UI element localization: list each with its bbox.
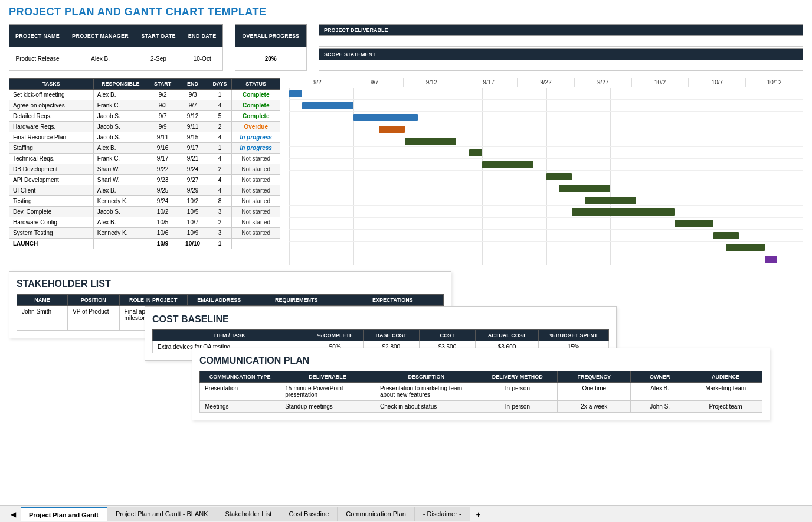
task-days: 1 [208,143,232,154]
gantt-col-label: 9/7 [346,78,404,87]
gantt-bar [405,138,456,145]
project-info-table: PROJECT NAME PROJECT MANAGER START DATE … [9,24,223,71]
task-responsible: Shari W. [93,175,148,185]
deliverable-body [319,36,803,47]
task-responsible: Frank C. [93,154,148,164]
task-end: 9/21 [178,154,208,164]
sh-req-header: REQUIREMENTS [251,295,342,306]
task-end: 10/10 [178,239,208,249]
gantt-row [289,171,803,182]
cp-owner-header: OWNER [631,371,689,383]
project-name-val: Product Release [9,47,66,71]
overlapping-panels-area: STAKEHOLDER LIST NAME POSITION ROLE IN P… [9,271,803,419]
task-name: UI Client [9,185,94,196]
tab-0[interactable]: Project Plan and Gantt [21,507,107,521]
task-days: 4 [208,132,232,143]
task-name: Hardware Reqs. [9,122,94,132]
cp-desc-header: DESCRIPTION [375,371,477,383]
sh-exp-header: EXPECTATIONS [342,295,443,306]
tab-2[interactable]: Stakeholder List [217,507,281,521]
task-status: Complete [232,111,280,122]
task-responsible: Shari W. [93,164,148,175]
tab-5[interactable]: - Disclaimer - [415,507,470,521]
task-end: 10/2 [178,196,208,207]
col-start-date: START DATE [135,25,182,47]
task-name: Hardware Config. [9,217,94,228]
cp-owner-0: Alex B. [631,383,689,401]
gantt-bar [572,208,675,216]
start-date-val: 2-Sep [135,47,182,71]
task-start: 9/24 [148,196,178,207]
deliverable-header: PROJECT DELIVERABLE [319,24,803,36]
gantt-col-label: 9/17 [460,78,518,87]
task-name: Staffing [9,143,94,154]
deliverable-section: PROJECT DELIVERABLE SCOPE STATEMENT [319,24,803,71]
task-start: 9/11 [148,132,178,143]
task-start: 10/9 [148,239,178,249]
task-responsible: Alex B. [93,185,148,196]
gantt-col-label: 9/27 [575,78,632,87]
tab-nav-prev[interactable]: ◀ [6,507,21,521]
tab-3[interactable]: Cost Baseline [280,507,338,521]
task-start: 9/22 [148,164,178,175]
col-project-name: PROJECT NAME [9,25,66,47]
task-responsible: Kennedy K. [93,196,148,207]
th-status: STATUS [232,79,280,90]
progress-table: OVERALL PROGRESS 20% [235,24,307,71]
cp-type-1: Meetings [200,401,280,413]
gantt-bar [482,161,533,168]
task-start: 10/2 [148,207,178,217]
task-name: System Testing [9,228,94,239]
task-responsible: Alex B. [93,217,148,228]
task-start: 9/17 [148,154,178,164]
tab-1[interactable]: Project Plan and Gantt - BLANK [107,507,217,521]
comm-table: COMMUNICATION TYPE DELIVERABLE DESCRIPTI… [199,371,762,413]
task-name: Technical Reqs. [9,154,94,164]
gantt-bar [469,149,482,156]
task-name: LAUNCH [9,239,94,249]
gantt-bar [289,90,302,97]
task-end: 9/24 [178,164,208,175]
cp-del-1: Standup meetings [280,401,375,413]
cb-actual-header: ACTUAL COST [476,330,539,341]
cp-freq-header: FREQUENCY [558,371,631,383]
cp-type-0: Presentation [200,383,280,401]
task-status: Overdue [232,122,280,132]
gantt-row [289,194,803,206]
cp-audience-header: AUDIENCE [689,371,762,383]
task-status: Not started [232,164,280,175]
gantt-col-label: 9/2 [289,78,346,87]
task-responsible: Alex B. [93,143,148,154]
th-end: END [178,79,208,90]
task-days: 3 [208,207,232,217]
progress-value: 20% [235,47,306,71]
tab-4[interactable]: Communication Plan [338,507,415,521]
task-end: 9/27 [178,175,208,185]
task-start: 9/3 [148,100,178,111]
gantt-row [289,218,803,230]
cp-desc-0: Presentation to marketing team about new… [375,383,477,401]
th-responsible: RESPONSIBLE [93,79,148,90]
gantt-col-label: 9/12 [404,78,461,87]
gantt-col-label: 10/2 [632,78,689,87]
task-name: Detailed Reqs. [9,111,94,122]
gantt-bar [675,220,713,227]
task-name: Testing [9,196,94,207]
cp-del-header: DELIVERABLE [280,371,375,383]
task-status: Complete [232,90,280,100]
task-days: 4 [208,185,232,196]
task-status: Complete [232,100,280,111]
sh-position-header: POSITION [68,295,119,306]
task-status: Not started [232,207,280,217]
gantt-row [289,242,803,253]
cp-del-0: 15-minute PowerPoint presentation [280,383,375,401]
main-layout: TASKS RESPONSIBLE START END DAYS STATUS … [9,78,803,265]
top-info-bar: PROJECT NAME PROJECT MANAGER START DATE … [9,24,803,71]
cb-base-header: BASE COST [363,330,419,341]
gantt-row [289,112,803,123]
tab-add-button[interactable]: + [470,507,487,522]
task-status [232,239,280,249]
gantt-bar [546,173,572,180]
gantt-row [289,206,803,218]
task-responsible: Jacob S. [93,132,148,143]
